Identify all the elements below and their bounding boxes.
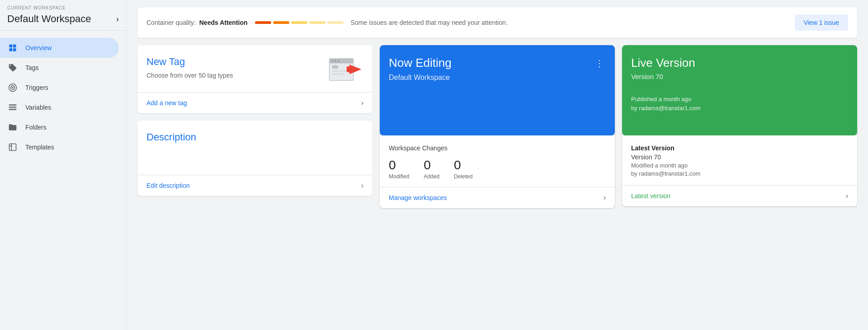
added-count: 0 xyxy=(424,159,431,172)
latest-version-date: Modified a month ago by radams@transtar1… xyxy=(631,162,848,178)
edit-description-chevron: › xyxy=(361,181,363,190)
live-published-info: Published a month ago by radams@transtar… xyxy=(631,95,848,112)
latest-version-link: Latest version xyxy=(631,192,670,200)
workspace-changes-body: Workspace Changes 0 Modified 0 Added xyxy=(380,135,615,187)
latest-version-body: Latest Version Version 70 Modified a mon… xyxy=(622,135,857,185)
manage-workspaces-link: Manage workspaces xyxy=(389,194,447,201)
add-new-tag-chevron: › xyxy=(361,99,363,107)
deleted-label: Deleted xyxy=(454,173,472,180)
svg-rect-2 xyxy=(9,48,13,51)
sidebar-item-label-triggers: Triggers xyxy=(25,84,48,91)
edit-description-link: Edit description xyxy=(146,182,190,189)
now-editing-workspace: Default Workspace xyxy=(389,74,452,82)
svg-rect-3 xyxy=(13,48,16,51)
variables-icon xyxy=(7,102,18,113)
svg-rect-19 xyxy=(332,73,344,75)
sidebar-item-label-tags: Tags xyxy=(25,64,39,71)
new-tag-text: New Tag Choose from over 50 tag types xyxy=(146,56,233,80)
svg-rect-13 xyxy=(329,61,353,63)
workspace-selector[interactable]: Default Workspace › xyxy=(7,13,119,25)
modified-label: Modified xyxy=(389,173,409,180)
workspace-chevron-icon: › xyxy=(116,14,119,24)
latest-version-number: Version 70 xyxy=(631,153,848,161)
quality-bar-1 xyxy=(255,21,271,24)
new-tag-card: New Tag Choose from over 50 tag types xyxy=(137,45,373,113)
templates-icon xyxy=(7,142,18,153)
modified-stat: 0 Modified xyxy=(389,159,409,180)
tags-icon xyxy=(7,62,18,73)
quality-bar-3 xyxy=(291,21,307,24)
svg-rect-8 xyxy=(9,107,17,108)
sidebar-item-templates[interactable]: Templates xyxy=(0,137,119,157)
live-version-header: Live Version Version 70 Published a mont… xyxy=(622,45,857,135)
now-editing-card: Now Editing Default Workspace ⋮ xyxy=(380,45,615,135)
sidebar-item-folders[interactable]: Folders xyxy=(0,117,119,137)
main-content: Container quality: Needs Attention Some … xyxy=(127,0,868,330)
quality-status: Needs Attention xyxy=(199,19,248,26)
modified-count: 0 xyxy=(389,159,396,172)
new-tag-footer[interactable]: Add a new tag › xyxy=(137,92,373,113)
cards-col-1: New Tag Choose from over 50 tag types xyxy=(137,45,373,323)
quality-label: Container quality: Needs Attention xyxy=(146,19,248,26)
svg-point-14 xyxy=(331,60,333,62)
svg-point-16 xyxy=(338,60,340,62)
svg-rect-0 xyxy=(9,45,13,48)
workspace-changes-card: Workspace Changes 0 Modified 0 Added xyxy=(380,135,615,208)
svg-rect-1 xyxy=(13,45,16,48)
latest-version-footer[interactable]: Latest version › xyxy=(622,185,857,206)
sidebar-item-variables[interactable]: Variables xyxy=(0,98,119,117)
svg-rect-10 xyxy=(9,144,16,151)
live-version-title: Live Version xyxy=(631,56,848,70)
description-title: Description xyxy=(146,131,363,143)
deleted-count: 0 xyxy=(454,159,461,172)
now-editing-container: Now Editing Default Workspace ⋮ Workspac… xyxy=(380,45,615,208)
manage-workspaces-chevron: › xyxy=(604,194,606,202)
live-published-label: Published a month ago xyxy=(631,96,691,102)
now-editing-title: Now Editing xyxy=(389,56,452,70)
deleted-stat: 0 Deleted xyxy=(454,159,472,180)
quality-bar-2 xyxy=(273,21,289,24)
sidebar-item-label-overview: Overview xyxy=(25,44,52,51)
live-version-container: Live Version Version 70 Published a mont… xyxy=(622,45,857,206)
now-editing-header: Now Editing Default Workspace ⋮ xyxy=(380,45,615,135)
new-tag-title: New Tag xyxy=(146,56,233,68)
description-card-body: Description xyxy=(137,121,373,175)
live-published-by: by radams@transtar1.com xyxy=(631,105,700,112)
sidebar-item-tags[interactable]: Tags xyxy=(0,58,119,78)
live-version-number: Version 70 xyxy=(631,73,848,80)
now-editing-menu-button[interactable]: ⋮ xyxy=(593,56,606,70)
cards-col-2: Now Editing Default Workspace ⋮ Workspac… xyxy=(380,45,615,323)
quality-bar-5 xyxy=(327,21,344,24)
triggers-icon xyxy=(7,82,18,93)
manage-workspaces-footer[interactable]: Manage workspaces › xyxy=(380,187,615,208)
latest-version-card: Latest Version Version 70 Modified a mon… xyxy=(622,135,857,206)
sidebar-item-triggers[interactable]: Triggers xyxy=(0,78,119,98)
sidebar-item-overview[interactable]: Overview xyxy=(0,38,119,58)
quality-bar-4 xyxy=(309,21,326,24)
cards-grid: New Tag Choose from over 50 tag types xyxy=(137,45,857,323)
description-footer[interactable]: Edit description › xyxy=(137,175,373,196)
tag-illustration xyxy=(327,56,363,83)
svg-point-15 xyxy=(335,60,336,62)
sidebar-nav: Overview Tags Triggers xyxy=(0,31,126,330)
current-workspace-label: CURRENT WORKSPACE xyxy=(7,5,119,10)
svg-rect-7 xyxy=(9,104,17,106)
now-editing-text: Now Editing Default Workspace xyxy=(389,56,452,82)
added-stat: 0 Added xyxy=(424,159,439,180)
changes-stats: 0 Modified 0 Added 0 Deleted xyxy=(389,159,606,180)
folders-icon xyxy=(7,122,18,133)
svg-rect-17 xyxy=(332,65,338,69)
workspace-changes-title: Workspace Changes xyxy=(389,144,606,152)
live-version-card: Live Version Version 70 Published a mont… xyxy=(622,45,857,135)
svg-rect-21 xyxy=(347,66,355,72)
add-new-tag-link: Add a new tag xyxy=(146,99,187,107)
view-issue-button[interactable]: View 1 issue xyxy=(795,14,848,31)
svg-rect-18 xyxy=(332,70,349,72)
svg-rect-9 xyxy=(9,109,17,110)
added-label: Added xyxy=(424,173,439,180)
cards-col-3: Live Version Version 70 Published a mont… xyxy=(622,45,857,323)
svg-point-6 xyxy=(12,87,13,88)
latest-version-title: Latest Version xyxy=(631,144,848,152)
workspace-header: CURRENT WORKSPACE Default Workspace › xyxy=(0,0,126,31)
quality-banner: Container quality: Needs Attention Some … xyxy=(137,7,857,38)
